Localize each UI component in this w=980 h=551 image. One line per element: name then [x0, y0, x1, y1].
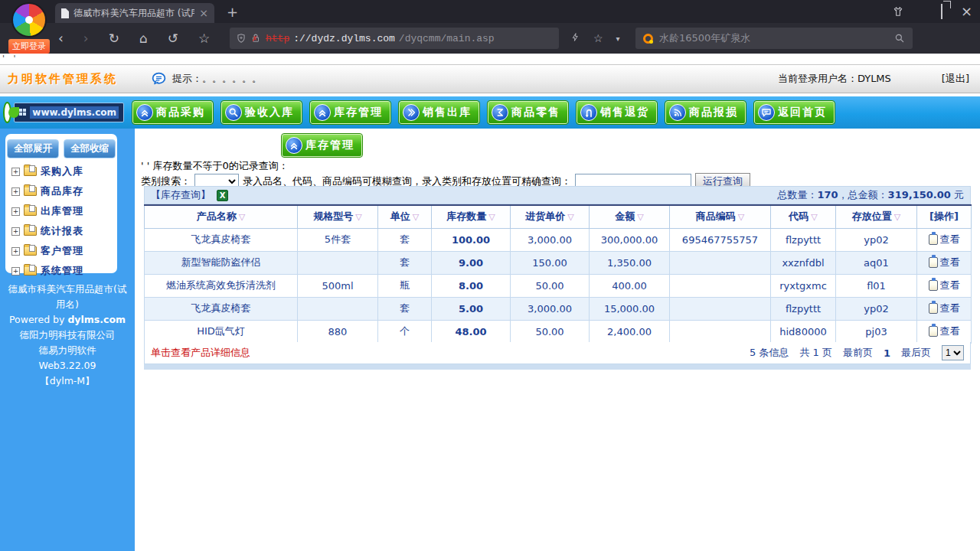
chevrons-up-icon	[286, 137, 302, 154]
summary-bar: 【库存查询】 X 总数量：170，总金额：319,150.00 元	[144, 186, 971, 204]
sort-triangle-icon: ▽	[738, 212, 744, 222]
page-marks: ' '	[2, 54, 19, 64]
reload-icon[interactable]: ↻	[109, 31, 119, 46]
record-count: 5 条信息	[750, 346, 789, 360]
sort-triangle-icon: ▽	[567, 212, 573, 222]
company-name: 德阳力明科技有限公司	[5, 328, 130, 343]
restore-button[interactable]	[941, 6, 942, 18]
view-link[interactable]: 查看	[929, 233, 960, 246]
view-link[interactable]: 查看	[929, 256, 960, 269]
toolbar-button-4[interactable]: 销售出库	[399, 101, 479, 124]
toolbar-button-7[interactable]: 商品报损	[665, 101, 746, 124]
column-header[interactable]: 存放位置▽	[836, 205, 917, 228]
sidebar: 全部展开 全部收缩 +采购入库+商品库存+出库管理+统计报表+客户管理+系统管理…	[0, 129, 135, 551]
column-header[interactable]: 库存数量▽	[432, 205, 511, 228]
clipboard-icon	[929, 326, 938, 337]
back-icon[interactable]: ‹	[58, 31, 64, 46]
expand-plus-icon[interactable]: +	[11, 207, 20, 216]
product-name: 德易力明软件	[5, 343, 130, 358]
column-header[interactable]: 单位▽	[378, 205, 432, 228]
view-link[interactable]: 查看	[929, 324, 960, 338]
expand-plus-icon[interactable]: +	[11, 247, 20, 256]
sidebar-tree-item[interactable]: +商品库存	[11, 184, 113, 198]
main-content: 库存管理 ' ' 库存数量不等于0的记录查询： 类别搜索： 录入品名、代码、商品…	[135, 129, 980, 551]
view-link[interactable]: 查看	[929, 302, 960, 315]
site-domain: www.dylms.com	[30, 106, 119, 119]
sort-triangle-icon: ▽	[355, 212, 361, 222]
lightning-icon[interactable]	[570, 31, 580, 45]
page-select[interactable]: 1	[942, 345, 964, 360]
column-header[interactable]: 代码▽	[771, 205, 836, 228]
toolbar-button-6[interactable]: 销售退货	[577, 101, 657, 124]
last-page-link[interactable]: 最后页	[901, 346, 931, 360]
column-header[interactable]: 进货单价▽	[511, 205, 590, 228]
current-page[interactable]: 1	[884, 347, 890, 359]
toolbar-button-3[interactable]: 库存管理	[310, 101, 390, 124]
column-header[interactable]: 商品编码▽	[670, 205, 771, 228]
search-box[interactable]: 水龄16500年矿泉水	[635, 28, 913, 49]
new-tab-button[interactable]: +	[227, 3, 238, 21]
excel-export-icon[interactable]: X	[217, 190, 228, 201]
toolbar-button-8[interactable]: 返回首页	[754, 101, 835, 124]
collapse-all-button[interactable]: 全部收缩	[64, 139, 116, 158]
browser-logo[interactable]: 立即登录	[6, 2, 52, 51]
toolbar-button-1[interactable]: 商品采购	[132, 101, 213, 124]
expand-plus-icon[interactable]: +	[11, 267, 20, 276]
sidebar-tree-item[interactable]: +客户管理	[11, 244, 113, 258]
brand-title: 力明软件管理系统	[8, 72, 150, 86]
sidebar-tree-item[interactable]: +采购入库	[11, 165, 113, 178]
bookmark-star-icon[interactable]: ☆	[593, 32, 603, 44]
chevron-down-icon[interactable]: ▾	[616, 34, 620, 43]
search-suggestion-text[interactable]: 水龄16500年矿泉水	[659, 31, 888, 45]
logout-link[interactable]: [退出]	[942, 72, 969, 86]
toolbar-button-5[interactable]: 商品零售	[488, 101, 568, 124]
expand-all-button[interactable]: 全部展开	[7, 139, 59, 158]
sort-triangle-icon: ▽	[894, 212, 900, 222]
magnifier-icon	[225, 104, 242, 121]
magnifier-icon[interactable]	[894, 33, 905, 44]
shield-add-icon[interactable]	[236, 33, 247, 44]
sidebar-tree-item[interactable]: +系统管理	[11, 264, 113, 278]
browser-tab[interactable]: 德威市科美汽车用品超市 (试用 ×	[55, 3, 214, 23]
login-now-badge[interactable]: 立即登录	[8, 39, 50, 54]
powered-by: Powered by dylms.com	[5, 312, 130, 328]
table-row[interactable]: HID氙气灯880个48.0050.002,400.00hid80000pj03…	[145, 320, 972, 343]
store-name: 德威市科美汽车用品超市(试用名)	[5, 282, 130, 312]
view-link[interactable]: 查看	[929, 279, 960, 292]
inventory-module-button[interactable]: 库存管理	[282, 134, 362, 157]
undo-icon[interactable]: ↺	[168, 31, 178, 46]
insecure-lock-icon: ✗	[250, 32, 262, 44]
close-button[interactable]: ×	[961, 5, 972, 18]
expand-plus-icon[interactable]: +	[11, 168, 20, 176]
forward-icon[interactable]: ›	[83, 31, 89, 46]
table-row[interactable]: 燃油系统高效免拆清洗剂500ml瓶8.0050.00400.00ryxtgxmc…	[145, 274, 972, 297]
url-bar[interactable]: ✗ http://dydz.dylms.com/dyqcmm/main.asp	[230, 28, 559, 49]
search-engine-icon	[643, 34, 653, 44]
favorite-star-icon[interactable]: ☆	[198, 31, 210, 46]
expand-plus-icon[interactable]: +	[11, 187, 20, 196]
tab-close-icon[interactable]: ×	[199, 7, 208, 19]
first-page-link[interactable]: 最前页	[843, 346, 873, 360]
home-icon[interactable]: ⌂	[139, 31, 148, 46]
toolbar-button-2[interactable]: 验收入库	[221, 101, 302, 124]
chevrons-right-icon	[403, 104, 420, 121]
column-header[interactable]: 金额▽	[590, 205, 670, 228]
table-row[interactable]: 新型智能防盗伴侣套9.00150.001,350.00xxznfdblaq01查…	[145, 251, 972, 274]
column-header[interactable]: 规格型号▽	[298, 205, 378, 228]
broadcast-icon	[669, 104, 686, 121]
sidebar-tree-item[interactable]: +出库管理	[11, 204, 113, 218]
folder-icon	[24, 266, 37, 276]
version-label: Web3.22.09	[5, 358, 130, 373]
column-header[interactable]: [操作]	[917, 205, 972, 228]
table-row[interactable]: 飞龙真皮椅套套5.003,000.0015,000.00flzpytttyp02…	[145, 297, 972, 320]
comment-icon	[758, 104, 775, 121]
sidebar-tree-item[interactable]: +统计报表	[11, 224, 113, 238]
expand-plus-icon[interactable]: +	[11, 227, 20, 236]
skin-icon[interactable]	[892, 5, 904, 18]
column-header[interactable]: 产品名称▽	[145, 205, 298, 228]
site-logo[interactable]: www.dylms.com	[3, 102, 124, 123]
table-row[interactable]: 飞龙真皮椅套5件套套100.003,000.00300,000.00695467…	[145, 228, 972, 251]
hint-bubble-icon	[150, 71, 168, 87]
powered-domain-link[interactable]: dylms.com	[67, 314, 126, 325]
module-toolbar: www.dylms.com 商品采购验收入库库存管理销售出库商品零售销售退货商品…	[0, 96, 980, 129]
